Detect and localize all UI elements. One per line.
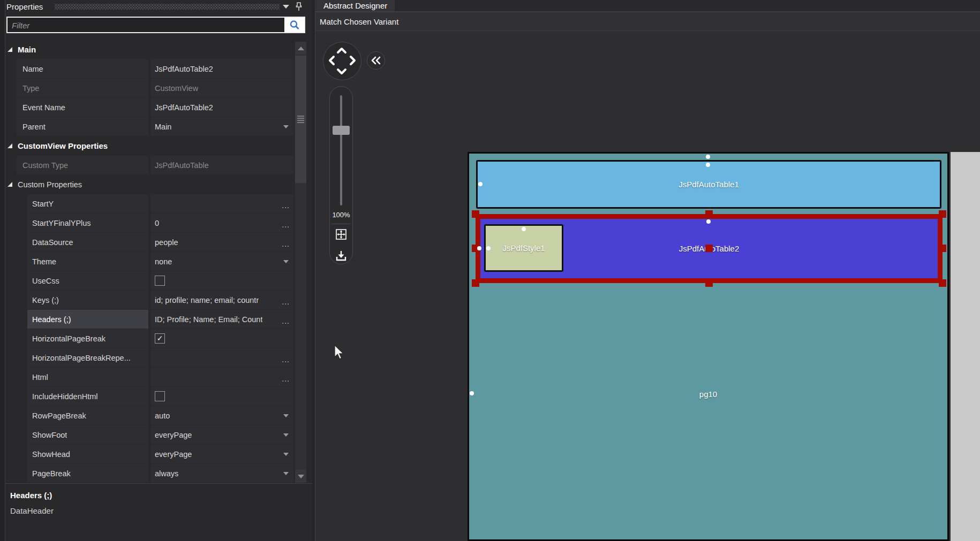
property-label-cell[interactable]: Keys (;) [27, 291, 148, 309]
ellipsis-button[interactable]: ... [282, 298, 290, 306]
connection-dot[interactable] [706, 163, 710, 167]
property-row-startyfinalyplus[interactable]: StartYFinalYPlus0... [5, 214, 312, 233]
property-value-cell[interactable] [150, 387, 293, 406]
property-value-cell[interactable]: ... [150, 368, 293, 386]
property-row-datasource[interactable]: DataSourcepeople... [5, 233, 312, 252]
property-value[interactable]: everyPage [155, 431, 192, 439]
selection-handle[interactable] [705, 245, 713, 252]
property-label-cell[interactable]: Parent [17, 117, 148, 136]
property-value[interactable]: id; profile; name; email; countr [155, 296, 259, 304]
property-value[interactable]: ID; Profile; Name; Email; Count [155, 315, 262, 324]
connection-dot[interactable] [706, 155, 710, 159]
scrollbar-down-button[interactable] [295, 470, 306, 483]
property-row-parent[interactable]: ParentMain [5, 117, 312, 136]
expander-expanded-icon[interactable] [7, 143, 13, 149]
scrollbar[interactable] [295, 42, 306, 483]
property-row-custom-properties[interactable]: Custom Properties [5, 175, 312, 194]
property-value-cell[interactable]: ✓ [150, 329, 293, 348]
property-row-pagebreak[interactable]: PageBreakalways [5, 464, 312, 483]
connection-dot[interactable] [486, 246, 491, 250]
expander-expanded-icon[interactable] [7, 47, 13, 52]
property-row-showhead[interactable]: ShowHeadeveryPage [5, 445, 312, 464]
property-label-cell[interactable]: Type [17, 79, 148, 97]
connection-dot[interactable] [470, 391, 474, 395]
property-label-cell[interactable]: ShowHead [27, 445, 148, 463]
selection-handle[interactable] [472, 210, 479, 218]
connection-dot[interactable] [522, 227, 526, 231]
checkbox-unchecked[interactable] [155, 391, 165, 401]
property-label-cell[interactable]: ShowFoot [27, 425, 148, 444]
property-label-cell[interactable]: PageBreak [27, 464, 148, 483]
selection-handle[interactable] [705, 279, 713, 287]
ellipsis-button[interactable]: ... [282, 375, 290, 383]
property-value[interactable]: JsPdfAutoTable2 [155, 65, 213, 73]
selection-handle[interactable] [939, 279, 946, 287]
property-value-cell[interactable]: auto [150, 406, 293, 425]
property-value-cell[interactable]: ID; Profile; Name; Email; Count... [150, 310, 293, 329]
search-button[interactable] [284, 18, 304, 32]
fit-view-button[interactable] [334, 227, 348, 241]
property-value[interactable]: JsPdfAutoTable2 [155, 103, 213, 112]
chevron-down-icon[interactable] [283, 5, 289, 9]
ellipsis-button[interactable]: ... [282, 220, 290, 229]
selection-handle[interactable] [472, 279, 479, 287]
scrollbar-up-button[interactable] [295, 42, 306, 55]
property-label-cell[interactable]: StartYFinalYPlus [27, 214, 148, 232]
property-row-type[interactable]: TypeCustomView [5, 79, 312, 98]
property-value[interactable]: everyPage [155, 450, 192, 459]
connection-dot[interactable] [477, 246, 481, 250]
property-value-cell[interactable]: JsPdfAutoTable [150, 156, 293, 174]
property-label-cell[interactable]: DataSource [27, 233, 148, 252]
dropdown-arrow-icon[interactable] [283, 260, 289, 263]
property-value[interactable]: always [155, 469, 178, 478]
property-row-theme[interactable]: Themenone [5, 252, 312, 271]
property-row-main[interactable]: Main [5, 40, 312, 59]
property-value-cell[interactable]: everyPage [150, 445, 293, 463]
checkbox-unchecked[interactable] [155, 276, 165, 286]
property-row-name[interactable]: NameJsPdfAutoTable2 [5, 59, 312, 79]
property-value-cell[interactable] [150, 271, 293, 290]
expander-expanded-icon[interactable] [7, 181, 13, 187]
property-row-usecss[interactable]: UseCss [5, 271, 312, 291]
property-value[interactable]: JsPdfAutoTable [155, 161, 209, 170]
style1-shape[interactable]: JsPdfStyle1 [484, 224, 563, 272]
dropdown-arrow-icon[interactable] [283, 414, 289, 417]
connection-dot[interactable] [706, 219, 711, 224]
connection-dot[interactable] [478, 182, 483, 186]
zoom-slider-track[interactable] [340, 95, 342, 205]
selection-handle[interactable] [939, 245, 946, 252]
ellipsis-button[interactable]: ... [282, 355, 290, 364]
property-label-cell[interactable]: StartY [27, 194, 148, 213]
property-row-html[interactable]: Html... [5, 368, 312, 387]
property-value-cell[interactable]: id; profile; name; email; countr... [150, 291, 293, 309]
property-label-cell[interactable]: Theme [27, 252, 148, 271]
property-value-cell[interactable]: everyPage [150, 425, 293, 444]
checkbox-checked[interactable]: ✓ [155, 333, 165, 344]
selection-handle[interactable] [939, 210, 946, 218]
property-row-event-name[interactable]: Event NameJsPdfAutoTable2 [5, 98, 312, 117]
property-row-horizontalpagebreakrepe-[interactable]: HorizontalPageBreakRepe...... [5, 348, 312, 368]
property-row-showfoot[interactable]: ShowFooteveryPage [5, 425, 312, 445]
property-value-cell[interactable]: Main [150, 117, 293, 136]
property-label-cell[interactable]: Custom Type [17, 156, 148, 174]
property-value-cell[interactable]: CustomView [150, 79, 293, 97]
dropdown-arrow-icon[interactable] [283, 472, 289, 475]
filter-input[interactable] [11, 18, 265, 33]
import-button[interactable] [334, 249, 348, 263]
property-label-cell[interactable]: Name [17, 59, 148, 78]
ellipsis-button[interactable]: ... [282, 240, 290, 248]
property-row-keys-[interactable]: Keys (;)id; profile; name; email; countr… [5, 291, 312, 310]
selection-handle[interactable] [705, 210, 713, 218]
ellipsis-button[interactable]: ... [282, 201, 290, 210]
property-value-cell[interactable]: JsPdfAutoTable2 [150, 98, 293, 117]
property-label-cell[interactable]: IncludeHiddenHtml [27, 387, 148, 406]
property-value[interactable]: people [155, 238, 178, 247]
property-value[interactable]: Main [155, 123, 171, 131]
scrollbar-thumb[interactable] [295, 56, 306, 183]
property-label-cell[interactable]: UseCss [27, 271, 148, 290]
dropdown-arrow-icon[interactable] [283, 125, 289, 128]
property-row-includehiddenhtml[interactable]: IncludeHiddenHtml [5, 387, 312, 406]
property-row-starty[interactable]: StartY... [5, 194, 312, 214]
property-value[interactable]: auto [155, 412, 170, 420]
property-row-horizontalpagebreak[interactable]: HorizontalPageBreak✓ [5, 329, 312, 348]
